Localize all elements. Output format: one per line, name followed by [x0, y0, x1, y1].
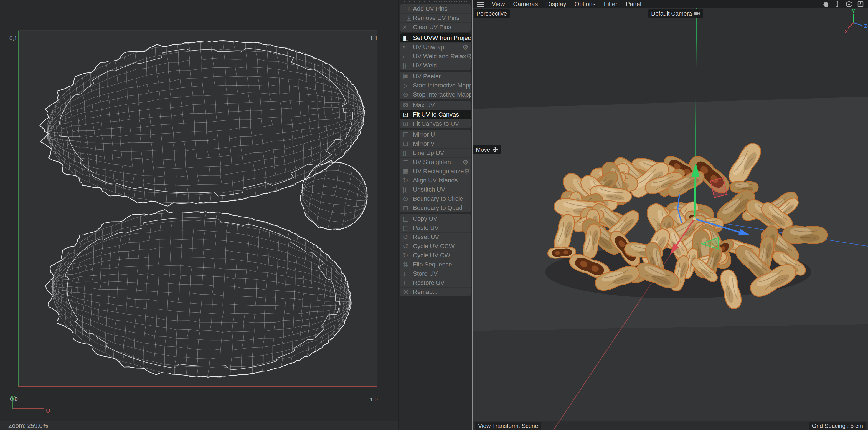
dolly-zoom-icon[interactable]: [834, 1, 841, 8]
cmd-flip-sequence[interactable]: ⇅Flip Sequence: [400, 260, 471, 269]
vp-menu-options[interactable]: Options: [570, 0, 600, 8]
camera-label[interactable]: Default Camera: [648, 9, 703, 18]
mirror-u-icon: ◫: [403, 131, 413, 138]
viewport-scene[interactable]: Y X Z: [473, 8, 868, 430]
cmd-label: Unstitch UV: [413, 186, 445, 193]
svg-text:Y: Y: [852, 9, 855, 14]
cmd-label: Boundary to Circle: [413, 195, 463, 202]
fit-uv-icon: ⊡: [403, 111, 413, 118]
uv-corner-bottom-right: 1,0: [370, 396, 378, 403]
maximize-panel-icon[interactable]: [857, 1, 864, 8]
uv-corner-top-left: 0,1: [9, 35, 17, 41]
pan-hand-icon[interactable]: [822, 1, 829, 8]
cmd-uv-unwrap[interactable]: ≈UV Unwrap⚙: [400, 42, 471, 52]
command-group: ⊠Max UV⊡Fit UV to Canvas⊞Fit Canvas to U…: [400, 101, 471, 128]
cmd-align-uv-islands[interactable]: ↻Align UV Islands: [400, 176, 471, 185]
command-group: ◧Set UVW from Projection⚙≈UV Unwrap⚙▭UV …: [400, 33, 471, 70]
straighten-icon: ≣: [403, 159, 413, 166]
vp-menu-view[interactable]: View: [488, 0, 509, 8]
cmd-label: Start Interactive Mapping: [413, 82, 471, 89]
cmd-cycle-uv-cw[interactable]: ↻Cycle UV CW: [400, 251, 471, 260]
cmd-uv-rectangularize[interactable]: ▦UV Rectangularize⚙: [400, 167, 471, 176]
cmd-label: Line Up UV: [413, 149, 444, 156]
cmd-label: Remap...: [413, 288, 438, 296]
cmd-label: Set UVW from Projection: [413, 34, 471, 41]
boundary-circle-icon: ⊙: [403, 195, 413, 203]
cmd-remove-uv-pins[interactable]: ŦRemove UV Pins: [400, 13, 471, 23]
paste-icon: ▤: [403, 224, 413, 232]
projection-label[interactable]: Perspective: [474, 9, 510, 18]
cmd-label: Store UV: [413, 270, 438, 277]
stop-icon: ⊘: [403, 91, 413, 98]
move-tool-label[interactable]: Move: [473, 145, 501, 154]
cmd-cycle-uv-ccw[interactable]: ↺Cycle UV CCW: [400, 241, 471, 251]
command-group: ▣UV Peeler▷Start Interactive Mapping⊘Sto…: [400, 71, 471, 99]
cmd-line-up-uv[interactable]: ▯Line Up UV: [400, 148, 471, 157]
cmd-remap[interactable]: ⚒Remap...: [400, 287, 471, 296]
cmd-copy-uv[interactable]: ◰Copy UV: [400, 214, 471, 223]
viewport-pane: ViewCamerasDisplayOptionsFilterPanel: [473, 0, 868, 430]
cmd-label: Paste UV: [413, 224, 439, 231]
cmd-mirror-u[interactable]: ◫Mirror U: [400, 130, 471, 139]
view-transform-status: View Transform: Scene: [475, 422, 541, 430]
cmd-unstitch-uv[interactable]: [(Unstitch UV: [400, 185, 471, 194]
cycle-ccw-icon: ↺: [403, 242, 413, 250]
cmd-start-interactive-mapping[interactable]: ▷Start Interactive Mapping: [400, 81, 471, 90]
cmd-label: Remove UV Pins: [413, 15, 460, 22]
cmd-uv-weld[interactable]: [{UV Weld: [400, 61, 471, 70]
peanut-object[interactable]: [782, 226, 827, 244]
uv-corner-top-right: 1,1: [370, 35, 378, 41]
cmd-uv-weld-and-relax[interactable]: ▭UV Weld and Relax⚙: [400, 52, 471, 61]
rectangularize-icon: ▦: [403, 168, 413, 175]
flip-sequence-icon: ⇅: [403, 261, 413, 268]
uv-editor-pane: FileEditViewFilterUV MeshImageLayerTextu…: [0, 0, 398, 430]
cmd-label: UV Straighten: [413, 159, 451, 166]
uv-command-panel: ŦAdd UV PinsŦRemove UV Pins×Clear UV Pin…: [398, 0, 472, 430]
cmd-uv-straighten[interactable]: ≣UV Straighten⚙: [400, 157, 471, 167]
orbit-rotate-icon[interactable]: [845, 1, 852, 8]
cmd-paste-uv[interactable]: ▤Paste UV: [400, 223, 471, 232]
cmd-label: Clear UV Pins: [413, 24, 451, 31]
weld-icon: [{: [403, 62, 413, 69]
cmd-label: Max UV: [413, 102, 435, 109]
cmd-add-uv-pins[interactable]: ŦAdd UV Pins: [400, 4, 471, 13]
gear-icon[interactable]: ⚙: [462, 43, 468, 51]
cmd-max-uv[interactable]: ⊠Max UV: [400, 101, 471, 110]
command-group: ◫Mirror U⊟Mirror V▯Line Up UV≣UV Straigh…: [400, 130, 471, 212]
cmd-label: Boundary to Quad: [413, 204, 463, 211]
cmd-label: Fit Canvas to UV: [413, 120, 459, 127]
command-group: ◰Copy UV▤Paste UV↺Reset UV↺Cycle UV CCW↻…: [400, 214, 471, 296]
cmd-boundary-to-quad[interactable]: ⊡Boundary to Quad: [400, 203, 471, 212]
remap-icon: ⚒: [403, 288, 413, 296]
cmd-set-uvw-from-projection[interactable]: ◧Set UVW from Projection⚙: [400, 33, 471, 42]
hamburger-menu-icon[interactable]: [477, 2, 484, 7]
command-group: ŦAdd UV PinsŦRemove UV Pins×Clear UV Pin…: [400, 4, 471, 32]
uv-canvas[interactable]: [0, 0, 398, 422]
cmd-reset-uv[interactable]: ↺Reset UV: [400, 232, 471, 241]
gear-icon[interactable]: ⚙: [464, 167, 470, 175]
cmd-boundary-to-circle[interactable]: ⊙Boundary to Circle: [400, 194, 471, 203]
vp-menu-filter[interactable]: Filter: [600, 0, 622, 8]
cmd-label: Fit UV to Canvas: [413, 111, 459, 118]
zoom-status-bar: Zoom: 259.0%: [0, 421, 398, 430]
cmd-restore-uv[interactable]: ↑Restore UV: [400, 278, 471, 287]
cmd-label: Add UV Pins: [413, 5, 447, 12]
cmd-fit-canvas-to-uv[interactable]: ⊞Fit Canvas to UV: [400, 119, 471, 128]
cmd-fit-uv-to-canvas[interactable]: ⊡Fit UV to Canvas: [400, 110, 471, 119]
gear-icon[interactable]: ⚙: [462, 158, 468, 166]
line-up-icon: ▯: [403, 149, 413, 157]
panel-grip-handle[interactable]: [402, 1, 469, 2]
vp-menu-display[interactable]: Display: [542, 0, 570, 8]
cmd-clear-uv-pins[interactable]: ×Clear UV Pins: [400, 23, 471, 32]
vp-menu-panel[interactable]: Panel: [621, 0, 645, 8]
camera-icon: [694, 11, 700, 16]
cmd-mirror-v[interactable]: ⊟Mirror V: [400, 139, 471, 148]
cmd-label: UV Rectangularize: [413, 168, 464, 175]
fit-canvas-icon: ⊞: [403, 120, 413, 128]
cmd-uv-peeler[interactable]: ▣UV Peeler: [400, 71, 471, 81]
vp-menu-cameras[interactable]: Cameras: [509, 0, 542, 8]
cmd-stop-interactive-mapping[interactable]: ⊘Stop Interactive Mapping: [400, 90, 471, 99]
copy-icon: ◰: [403, 215, 413, 222]
cmd-store-uv[interactable]: ↓Store UV: [400, 269, 471, 278]
gear-icon[interactable]: ⚙: [466, 53, 471, 60]
